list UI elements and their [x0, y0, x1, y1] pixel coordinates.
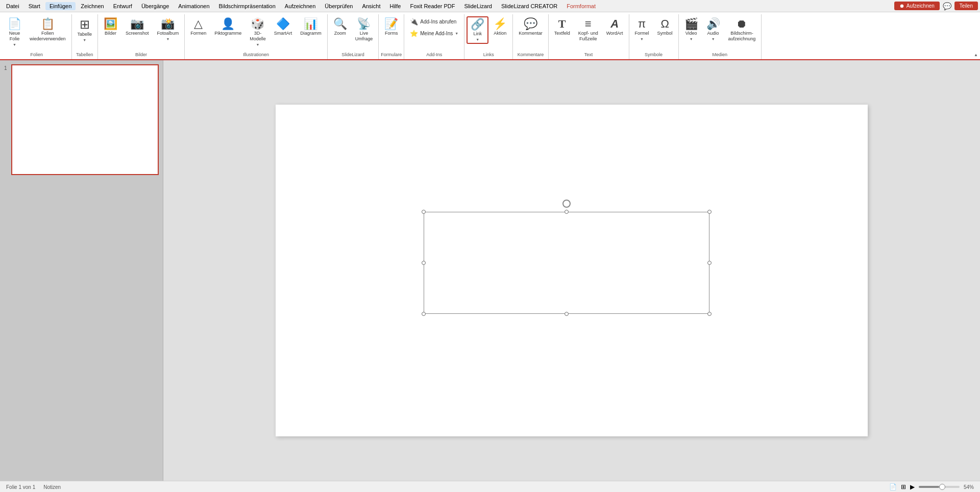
medien-group-label: Medien: [681, 51, 760, 59]
menu-foxit[interactable]: Foxit Reader PDF: [406, 2, 459, 10]
3d-modelle-button[interactable]: 🎲 3D-Modelle ▼: [246, 16, 270, 48]
video-button[interactable]: 🎬 Video ▼: [681, 16, 702, 43]
neue-folie-button[interactable]: 📄 NeueFolie ▼: [4, 16, 25, 48]
menu-uebergaenge[interactable]: Übergänge: [137, 2, 173, 10]
slide-canvas[interactable]: [163, 60, 980, 481]
fotoalbum-button[interactable]: 📸 Fotoalbum ▼: [154, 16, 183, 43]
bilder-label: Bilder: [105, 31, 116, 36]
piktogramme-icon: 👤: [221, 18, 235, 30]
menu-zeichnen[interactable]: Zeichnen: [77, 2, 108, 10]
ribbon-collapse-button[interactable]: ▲: [974, 53, 978, 57]
zoom-slider[interactable]: [919, 486, 960, 488]
live-umfrage-button[interactable]: 📡 LiveUmfrage: [352, 16, 377, 44]
menu-slidelizard-creator[interactable]: SlideLizard CREATOR: [497, 2, 561, 10]
link-button[interactable]: 🔗 Link ▼: [467, 16, 488, 44]
menu-hilfe[interactable]: Hilfe: [385, 2, 405, 10]
handle-bottom-right[interactable]: [707, 312, 712, 316]
bildschirmaufzeichnung-icon: ⏺: [736, 18, 747, 30]
symbol-button[interactable]: Ω Symbol: [654, 16, 676, 38]
links-group-label: Links: [467, 51, 510, 59]
folien-wiederverwenden-button[interactable]: 📋 Folienwiederverwenden: [26, 16, 69, 44]
ribbon-group-addins: 🔌 Add-Ins abrufen ⭐ Meine Add-Ins ▼ Add-…: [404, 14, 464, 59]
fotoalbum-arrow: ▼: [166, 37, 169, 41]
links-items: 🔗 Link ▼ ⚡ Aktion: [467, 14, 510, 51]
handle-top-left[interactable]: [422, 210, 426, 214]
screenshot-label: Screenshot: [126, 31, 149, 36]
formen-button[interactable]: △ Formen: [187, 16, 210, 38]
menu-aufzeichnen[interactable]: Aufzeichnen: [281, 2, 320, 10]
menu-start[interactable]: Start: [24, 2, 44, 10]
menu-einfuegen[interactable]: Einfügen: [45, 2, 76, 10]
teilen-button[interactable]: Teilen: [954, 2, 978, 10]
textfeld-button[interactable]: T Textfeld: [551, 16, 574, 38]
view-presentation-icon[interactable]: ▶: [910, 483, 915, 490]
zoom-button[interactable]: 🔍 Zoom: [330, 16, 351, 38]
textfeld-icon: T: [558, 18, 566, 30]
chat-icon[interactable]: 💬: [943, 2, 951, 10]
menu-datei[interactable]: Datei: [2, 2, 23, 10]
menu-ueberpruefen[interactable]: Überprüfen: [321, 2, 357, 10]
aktion-button[interactable]: ⚡ Aktion: [489, 16, 510, 38]
menu-formformat[interactable]: Formformat: [562, 2, 600, 10]
diagramm-button[interactable]: 📊 Diagramm: [297, 16, 325, 38]
link-icon: 🔗: [471, 19, 484, 30]
shape-box[interactable]: [424, 212, 709, 314]
piktogramme-label: Piktogramme: [214, 31, 241, 36]
bildschirmaufzeichnung-label: Bildschirm-aufzeichnung: [728, 31, 756, 42]
teilen-label: Teilen: [960, 3, 973, 9]
handle-bottom-center[interactable]: [565, 312, 569, 316]
wordart-label: WordArt: [606, 31, 623, 36]
aufzeichnen-button[interactable]: ⏺ Aufzeichnen: [894, 2, 940, 10]
screenshot-button[interactable]: 📷 Screenshot: [122, 16, 153, 38]
smartart-button[interactable]: 🔷 SmartArt: [271, 16, 296, 38]
bilder-items: 🖼️ Bilder 📷 Screenshot 📸 Fotoalbum ▼: [100, 14, 182, 51]
video-arrow: ▼: [690, 37, 693, 41]
handle-middle-right[interactable]: [707, 261, 712, 265]
formel-button[interactable]: π Formel ▼: [631, 16, 653, 43]
slide-thumbnail[interactable]: [11, 64, 159, 175]
view-normal-icon[interactable]: 📄: [889, 483, 897, 490]
handle-top-center[interactable]: [565, 210, 569, 214]
menu-entwurf[interactable]: Entwurf: [109, 2, 136, 10]
handle-top-right[interactable]: [707, 210, 712, 214]
meine-add-ins-arrow: ▼: [455, 32, 458, 35]
wordart-button[interactable]: A WordArt: [603, 16, 627, 38]
selected-shape-container[interactable]: [424, 212, 709, 314]
bildschirmaufzeichnung-button[interactable]: ⏺ Bildschirm-aufzeichnung: [725, 16, 760, 44]
bilder-button[interactable]: 🖼️ Bilder: [100, 16, 121, 38]
symbol-icon: Ω: [660, 18, 669, 30]
forms-icon: 📝: [384, 18, 398, 30]
formen-label: Formen: [190, 31, 206, 36]
kopf-fusszeile-label: Kopf- undFußzeile: [578, 31, 598, 42]
formulare-items: 📝 Forms: [381, 14, 402, 51]
add-ins-abrufen-button[interactable]: 🔌 Add-Ins abrufen: [406, 16, 460, 27]
fotoalbum-icon: 📸: [161, 18, 175, 30]
rotate-handle[interactable]: [562, 200, 571, 208]
diagramm-icon: 📊: [304, 18, 317, 30]
tabelle-button[interactable]: ⊞ Tabelle ▼: [74, 16, 96, 44]
video-icon: 🎬: [684, 18, 698, 30]
ribbon-group-symbole: π Formel ▼ Ω Symbol Symbole: [629, 14, 679, 59]
kopf-fusszeile-icon: ≡: [585, 18, 592, 30]
tabelle-icon: ⊞: [80, 18, 90, 31]
handle-bottom-left[interactable]: [422, 312, 426, 316]
link-label: Link: [473, 31, 482, 37]
menu-ansicht[interactable]: Ansicht: [358, 2, 384, 10]
audio-label: Audio: [707, 31, 719, 36]
kommentar-button[interactable]: 💬 Kommentar: [515, 16, 546, 38]
audio-button[interactable]: 🔊 Audio ▼: [703, 16, 724, 43]
forms-button[interactable]: 📝 Forms: [381, 16, 402, 38]
menu-animationen[interactable]: Animationen: [174, 2, 213, 10]
formel-arrow: ▼: [640, 37, 644, 41]
kopf-fusszeile-button[interactable]: ≡ Kopf- undFußzeile: [575, 16, 602, 44]
piktogramme-button[interactable]: 👤 Piktogramme: [211, 16, 245, 38]
handle-middle-left[interactable]: [422, 261, 426, 265]
neue-folie-icon: 📄: [8, 18, 21, 30]
meine-add-ins-button[interactable]: ⭐ Meine Add-Ins ▼: [406, 28, 462, 39]
menu-slidelizard[interactable]: SlideLizard: [460, 2, 496, 10]
view-grid-icon[interactable]: ⊞: [901, 483, 906, 490]
zoom-icon: 🔍: [333, 18, 347, 30]
folien-group-label: Folien: [4, 51, 69, 59]
menu-bildschirm[interactable]: Bildschirmpräsentation: [215, 2, 280, 10]
notes-label[interactable]: Notizen: [43, 484, 61, 490]
